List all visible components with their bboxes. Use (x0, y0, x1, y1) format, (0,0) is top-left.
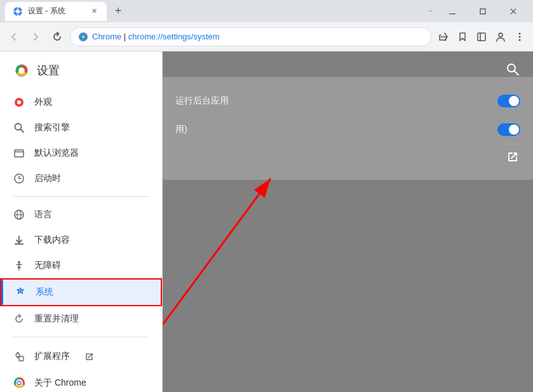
reset-label: 重置并清理 (34, 313, 79, 325)
svg-line-42 (515, 71, 518, 75)
download-icon (13, 234, 25, 247)
sidebar-item-reset[interactable]: 重置并清理 (0, 306, 162, 332)
settings-header: 设置 (0, 51, 162, 90)
extensions-label: 扩展程序 (34, 351, 70, 362)
settings-cards: 运行后台应用 用) (163, 77, 533, 180)
about-chrome-icon (13, 377, 25, 389)
share-icon[interactable] (435, 29, 452, 45)
search-label: 搜索引擎 (34, 122, 70, 133)
sidebar-item-extensions[interactable]: 扩展程序 (0, 342, 162, 370)
active-tab[interactable]: 设置 - 系统 ✕ (5, 2, 107, 21)
title-bar: 设置 - 系统 ✕ + ╴ (0, 0, 533, 22)
back-button[interactable] (5, 28, 23, 46)
sidebar-item-appearance[interactable]: 外观 (0, 90, 162, 115)
hardware-accel-toggle[interactable] (497, 123, 520, 136)
svg-point-41 (508, 64, 515, 72)
svg-rect-36 (19, 356, 24, 361)
tab-title: 设置 - 系统 (28, 6, 84, 17)
sidebar-item-search[interactable]: 搜索引擎 (0, 115, 162, 140)
forward-button[interactable] (27, 28, 44, 46)
sidebar: 设置 外观 搜索引擎 默认浏览器 启动时 (0, 51, 163, 392)
proxy-row (175, 144, 520, 170)
close-button[interactable] (499, 0, 528, 22)
url-text: Chrome | chrome://settings/system (92, 32, 220, 41)
extensions-external-link-icon[interactable] (81, 349, 97, 364)
content-search-icon[interactable] (503, 59, 523, 79)
startup-icon (13, 172, 25, 185)
svg-rect-7 (480, 9, 485, 14)
sidebar-item-system[interactable]: 系统 (0, 278, 162, 306)
svg-rect-3 (17, 14, 18, 16)
tab-strip: 设置 - 系统 ✕ + (5, 2, 427, 21)
address-actions (435, 29, 528, 45)
svg-line-25 (21, 130, 24, 133)
appearance-icon (13, 96, 25, 109)
profile-icon[interactable] (492, 29, 509, 45)
tab-favicon (13, 6, 23, 17)
background-apps-label: 运行后台应用 (175, 95, 497, 107)
startup-label: 启动时 (34, 173, 61, 184)
sidebar-item-download[interactable]: 下载内容 (0, 227, 162, 253)
hardware-accel-row: 用) (175, 116, 520, 144)
new-tab-button[interactable]: + (109, 3, 127, 20)
language-label: 语言 (34, 209, 52, 220)
sidebar-item-startup[interactable]: 启动时 (0, 166, 162, 191)
menu-icon[interactable] (511, 29, 528, 45)
svg-point-40 (18, 382, 20, 384)
sidebar-item-about[interactable]: 关于 Chrome (0, 370, 162, 392)
background-apps-row: 运行后台应用 (175, 87, 520, 116)
svg-point-18 (519, 39, 521, 41)
bookmark-icon[interactable] (454, 29, 471, 45)
svg-point-23 (17, 100, 21, 104)
accessibility-label: 无障碍 (34, 260, 61, 271)
browser-icon (13, 147, 25, 159)
language-icon (13, 208, 25, 221)
browser-label: 默认浏览器 (34, 147, 79, 159)
about-label: 关于 Chrome (34, 377, 86, 389)
svg-point-12 (83, 36, 84, 37)
proxy-ext-link-icon[interactable] (505, 149, 520, 165)
window-controls: ╴ (429, 0, 528, 22)
content-area: 运行后台应用 用) (163, 51, 533, 392)
accessibility-icon (13, 259, 25, 272)
appearance-label: 外观 (34, 97, 52, 108)
download-label: 下载内容 (34, 234, 70, 246)
background-apps-toggle[interactable] (497, 95, 520, 107)
svg-rect-2 (17, 7, 18, 9)
hardware-accel-label: 用) (175, 124, 497, 135)
sidebar-item-language[interactable]: 语言 (0, 202, 162, 227)
background-apps-card: 运行后台应用 用) (163, 77, 533, 180)
svg-rect-26 (15, 150, 24, 157)
main-layout: 设置 外观 搜索引擎 默认浏览器 启动时 (0, 51, 533, 392)
extensions-icon (13, 350, 25, 363)
search-nav-icon (13, 121, 25, 134)
nav-separator-2 (13, 337, 149, 337)
svg-point-17 (519, 36, 521, 37)
svg-line-44 (163, 179, 271, 325)
sidebar-item-accessibility[interactable]: 无障碍 (0, 253, 162, 278)
reload-button[interactable] (48, 28, 66, 46)
maximize-button[interactable] (468, 0, 497, 22)
sidebar-toggle-icon[interactable] (473, 29, 490, 45)
address-bar: Chrome | chrome://settings/system (0, 22, 533, 51)
system-icon (14, 286, 27, 299)
svg-rect-4 (13, 11, 15, 12)
svg-rect-5 (20, 11, 22, 12)
svg-point-21 (18, 67, 25, 74)
svg-point-16 (519, 32, 521, 34)
settings-title: 设置 (37, 63, 60, 78)
tab-close-button[interactable]: ✕ (89, 6, 99, 17)
security-icon (78, 32, 88, 42)
system-label: 系统 (36, 287, 53, 298)
url-bar[interactable]: Chrome | chrome://settings/system (70, 27, 431, 46)
nav-separator-1 (13, 196, 149, 197)
chrome-logo (13, 62, 30, 79)
svg-rect-6 (449, 13, 455, 15)
svg-point-1 (16, 10, 20, 13)
minimize-button[interactable] (438, 0, 467, 22)
reset-icon (13, 313, 25, 325)
svg-point-15 (499, 33, 503, 37)
svg-rect-13 (478, 33, 485, 41)
sidebar-item-browser[interactable]: 默认浏览器 (0, 140, 162, 166)
svg-point-35 (20, 290, 22, 292)
